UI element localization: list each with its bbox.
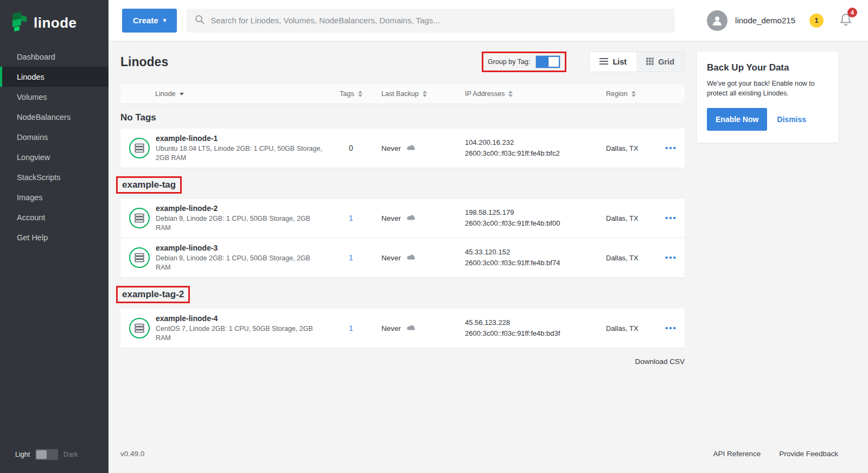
linode-specs: Ubuntu 18.04 LTS, Linode 2GB: 1 CPU, 50G… [156,144,327,163]
group-by-tag-toggle[interactable] [535,55,560,68]
backup-cloud-icon [406,324,417,333]
column-header-label: IP Addresses [465,90,505,98]
sidebar-item-account[interactable]: Account [0,207,108,227]
sidebar: linode Dashboard Linodes Volumes NodeBal… [0,0,108,473]
column-header-region[interactable]: Region [606,90,658,98]
create-button-label: Create [133,16,158,25]
download-csv-link[interactable]: Download CSV [635,357,685,366]
sidebar-item-domains[interactable]: Domains [0,127,108,147]
grid-view-button[interactable]: Grid [636,52,684,72]
sidebar-item-label: Linodes [17,73,44,81]
list-icon [599,57,608,67]
column-header-label: Tags [340,90,354,98]
sidebar-item-dashboard[interactable]: Dashboard [0,47,108,67]
linode-name-link[interactable]: example-linode-1 [156,134,327,143]
search-icon [194,14,205,27]
region: Dallas, TX [606,214,658,222]
linode-entity-icon [129,208,150,228]
tag-group-heading-annotated: example-tag [116,176,182,194]
linode-entity-icon [129,247,150,268]
table-row[interactable]: example-linode-2 Debian 9, Linode 2GB: 1… [120,199,685,238]
footer: v0.49.0 API Reference Provide Feedback [120,450,838,458]
provide-feedback-link[interactable]: Provide Feedback [779,450,838,458]
linode-specs: Debian 9, Linode 2GB: 1 CPU, 50GB Storag… [156,214,327,233]
sidebar-item-label: Images [17,193,43,202]
tags-count-link[interactable]: 1 [349,253,353,262]
column-header-last-backup[interactable]: Last Backup [367,90,465,98]
theme-light-label: Light [15,451,30,458]
grid-icon [646,57,654,67]
sidebar-item-label: StackScripts [17,173,61,182]
group-by-tag-label: Group by Tag: [488,58,530,66]
tags-count: 0 [349,144,353,152]
tag-group-heading-annotated: example-tag-2 [116,286,190,303]
tag-group-heading: No Tags [120,112,156,123]
sidebar-item-get-help[interactable]: Get Help [0,227,108,247]
username[interactable]: linode_demo215 [735,16,795,25]
sidebar-item-label: Domains [17,133,48,142]
row-actions-menu-button[interactable]: ••• [665,323,677,333]
ipv6-address: 2600:3c00::f03c:91ff:fe4b:bf74 [465,258,606,269]
last-backup-value: Never [381,214,401,222]
group-by-tag-toggle-knob [548,57,559,67]
linode-name-link[interactable]: example-linode-4 [156,314,327,323]
user-avatar[interactable] [707,10,727,31]
create-button[interactable]: Create ▾ [122,9,177,33]
dismiss-backups-button[interactable]: Dismiss [777,115,806,124]
column-header-tags[interactable]: Tags [335,90,367,98]
sidebar-item-label: Dashboard [17,53,55,61]
user-cluster: linode_demo215 1 4 [707,10,868,31]
sort-icon [631,91,636,97]
notifications-bell[interactable]: 4 [839,12,853,29]
sidebar-item-label: Account [17,213,45,222]
last-backup-value: Never [381,324,401,333]
search-input[interactable] [210,16,667,25]
table-row[interactable]: example-linode-1 Ubuntu 18.04 LTS, Linod… [120,129,685,168]
table-header: Linode Tags Last Backup IP Addresses Reg… [120,84,685,104]
column-header-label: Region [606,90,628,98]
list-view-button[interactable]: List [590,52,636,72]
linode-entity-icon [129,318,150,338]
tags-count-link[interactable]: 1 [349,324,353,333]
sidebar-item-label: Volumes [17,93,47,101]
sidebar-item-volumes[interactable]: Volumes [0,87,108,107]
linode-logo[interactable]: linode [0,0,108,47]
column-header-ip-addresses[interactable]: IP Addresses [465,90,606,98]
sidebar-item-nodebalancers[interactable]: NodeBalancers [0,107,108,127]
sidebar-item-stackscripts[interactable]: StackScripts [0,167,108,187]
backup-card-title: Back Up Your Data [707,62,828,73]
sort-icon [423,91,427,97]
app-version: v0.49.0 [120,450,144,458]
theme-toggle-switch[interactable] [35,449,58,460]
region: Dallas, TX [606,324,658,333]
sidebar-item-linodes[interactable]: Linodes [0,67,108,87]
tags-count-link[interactable]: 1 [349,214,353,222]
row-actions-menu-button[interactable]: ••• [665,213,677,222]
ipv6-address: 2600:3c00::f03c:91ff:fe4b:bd3f [465,328,606,339]
main-content: Linodes Group by Tag: List Grid [120,52,685,366]
row-actions-menu-button[interactable]: ••• [665,253,677,262]
enable-backups-button[interactable]: Enable Now [707,108,767,131]
table-row[interactable]: example-linode-4 CentOS 7, Linode 2GB: 1… [120,309,685,348]
tag-group-example-tag: example-tag example-linode-2 Debian 9, L… [120,168,685,277]
notification-count-badge: 4 [847,8,857,17]
linode-name-link[interactable]: example-linode-2 [156,204,327,213]
ipv4-address: 45.33.120.152 [465,247,606,258]
column-header-label: Linode [155,90,176,98]
theme-toggle-row: Light Dark [0,449,108,460]
linode-name-link[interactable]: example-linode-3 [156,244,327,252]
sort-icon [358,91,362,97]
api-reference-link[interactable]: API Reference [713,450,761,458]
grid-view-label: Grid [658,57,674,66]
column-header-linode[interactable]: Linode [120,90,335,98]
ticket-badge[interactable]: 1 [809,14,824,28]
region: Dallas, TX [606,254,658,262]
row-actions-menu-button[interactable]: ••• [665,143,677,152]
column-header-label: Last Backup [381,90,419,98]
backup-cloud-icon [406,253,417,263]
sidebar-item-images[interactable]: Images [0,187,108,207]
sidebar-item-longview[interactable]: Longview [0,147,108,167]
view-toggle: List Grid [589,52,685,72]
table-row[interactable]: example-linode-3 Debian 9, Linode 2GB: 1… [120,238,685,277]
chevron-down-icon: ▾ [163,17,167,24]
